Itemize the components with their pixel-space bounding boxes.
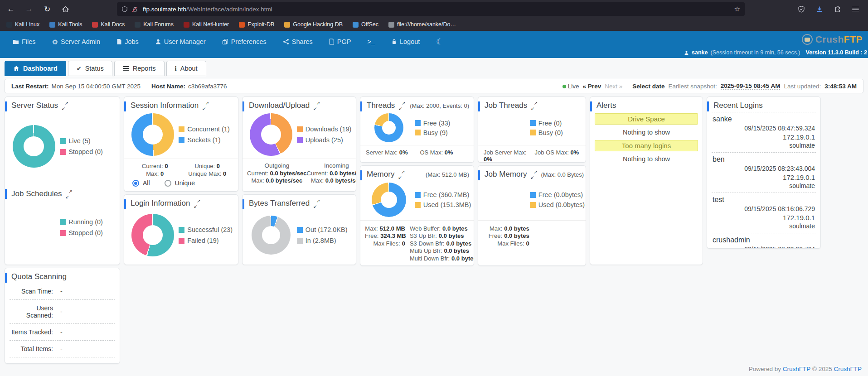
alert-banner-too-many-logins[interactable]: Too many logins <box>595 140 698 151</box>
tab-status[interactable]: ✔ Status <box>68 61 112 76</box>
live-indicator[interactable]: Live <box>563 83 579 90</box>
legend-item[interactable]: Successful (23) <box>179 226 233 233</box>
bookmark-favicon <box>49 22 55 28</box>
legend-item[interactable]: Uploads (25) <box>297 136 352 144</box>
bookmark-item[interactable]: Kali NetHunter <box>184 21 229 28</box>
expand-icon[interactable] <box>531 172 537 178</box>
nav-item-files[interactable]: Files <box>13 38 36 45</box>
bookmark-item[interactable]: file:///home/sanke/Do… <box>388 21 456 28</box>
bookmark-item[interactable]: Kali Tools <box>49 21 82 28</box>
panel-title: Bytes Transferred <box>249 199 310 208</box>
nav-item-terminal[interactable]: >_ <box>367 38 375 45</box>
expand-icon[interactable] <box>203 103 209 109</box>
bookmark-star-icon[interactable]: ☆ <box>734 5 740 13</box>
prev-button[interactable]: « Prev <box>583 83 601 90</box>
session-sparkline <box>124 189 238 192</box>
tab-about[interactable]: i About <box>166 61 206 76</box>
permissions-shield-icon[interactable] <box>121 6 128 13</box>
radio-unique[interactable] <box>165 180 171 187</box>
panel-accent <box>360 170 362 180</box>
nav-item-user-manager[interactable]: User Manager <box>155 38 206 45</box>
nav-item-pgp[interactable]: PGP <box>329 38 351 45</box>
radio-all[interactable] <box>132 180 139 187</box>
server-status-donut <box>13 125 55 168</box>
dark-mode-toggle[interactable]: ☾ <box>436 38 443 46</box>
forward-button[interactable]: → <box>23 3 35 15</box>
gear-icon: ⚙ <box>52 39 58 45</box>
expand-icon[interactable] <box>398 172 404 178</box>
host-name-value: c3b69afa3776 <box>188 83 227 90</box>
lock-icon <box>391 39 397 45</box>
expand-icon[interactable] <box>194 201 200 207</box>
menu-hamburger-icon[interactable] <box>852 7 859 12</box>
stat: Max: 0 <box>129 170 181 177</box>
legend-item[interactable]: Concurrent (1) <box>179 125 233 133</box>
login-ip: 172.19.0.1 <box>713 213 815 222</box>
legend-item[interactable]: Free (0) <box>530 120 581 127</box>
expand-icon[interactable] <box>314 201 320 207</box>
legend-item[interactable]: Used (0.0bytes) <box>530 201 585 208</box>
legend-item[interactable]: Failed (19) <box>179 237 233 244</box>
bookmark-label: Kali NetHunter <box>192 21 229 28</box>
nav-item-shares[interactable]: Shares <box>283 38 313 45</box>
session-user-icon <box>684 50 689 55</box>
panel-title: Threads <box>367 101 395 110</box>
stat: Max Files:0 <box>365 240 405 247</box>
nav-item-logout[interactable]: Logout <box>391 38 420 45</box>
expand-icon[interactable] <box>66 191 72 197</box>
expand-icon[interactable] <box>531 103 537 109</box>
stat: Max Files:0 <box>483 240 529 247</box>
legend-item[interactable]: Free (33) <box>415 120 469 127</box>
legend-item[interactable]: Used (151.3MB) <box>415 201 471 208</box>
outgoing-stats: Outgoing Current: 0.0 bytes/sec Max: 0.0… <box>247 162 307 184</box>
nav-item-jobs[interactable]: Jobs <box>116 38 139 45</box>
crushftp-link[interactable]: CrushFTP <box>783 366 811 372</box>
url-bar[interactable]: ftp.soulmate.htb/WebInterface/admin/inde… <box>117 2 745 16</box>
legend-item[interactable]: Free (0.0bytes) <box>530 191 585 198</box>
nav-item-server-admin[interactable]: ⚙ Server Admin <box>52 38 101 45</box>
crushftp-link[interactable]: CrushFTP <box>834 366 862 372</box>
nav-item-preferences[interactable]: Preferences <box>222 38 267 45</box>
job-memory-panel: Job Memory(Max: 0.0 Bytes) Free (0.0byte… <box>478 165 586 266</box>
legend-item[interactable]: Free (360.7MB) <box>415 191 471 198</box>
legend-item[interactable]: Downloads (19) <box>297 125 352 133</box>
host-name-label: Host Name: <box>151 83 185 90</box>
legend-item[interactable]: Stopped (0) <box>60 148 115 155</box>
expand-icon[interactable] <box>399 103 405 109</box>
legend-item[interactable]: In (2.8MB) <box>297 237 351 244</box>
reload-button[interactable]: ↻ <box>41 3 53 15</box>
legend-item[interactable]: Busy (0) <box>530 129 581 136</box>
alert-banner-drive-space[interactable]: Drive Space <box>595 113 698 125</box>
legend-item[interactable]: Live (5) <box>60 137 115 145</box>
insecure-lock-icon[interactable] <box>131 6 138 13</box>
expand-icon[interactable] <box>62 103 68 109</box>
downloads-icon[interactable] <box>816 5 823 13</box>
select-date-button[interactable]: Select date <box>632 83 664 90</box>
extensions-icon[interactable] <box>834 5 841 13</box>
login-time: 09/15/2025 08:16:06.729 <box>713 205 815 213</box>
home-button[interactable] <box>59 3 72 15</box>
legend-item[interactable]: Stopped (0) <box>60 229 115 236</box>
panel-accent <box>590 101 592 111</box>
bookmark-item[interactable]: Exploit-DB <box>239 21 274 28</box>
memory-legend: Free (360.7MB) Used (151.3MB) <box>413 188 471 211</box>
legend-item[interactable]: Out (172.0KB) <box>297 226 351 233</box>
radio-unique-label: Unique <box>175 179 195 187</box>
bookmark-item[interactable]: OffSec <box>353 21 378 28</box>
bookmark-item[interactable]: Kali Linux <box>6 21 39 28</box>
bookmark-item[interactable]: Kali Forums <box>135 21 174 28</box>
legend-item[interactable]: Running (0) <box>60 218 115 226</box>
tab-reports[interactable]: Reports <box>114 61 165 76</box>
bytes-transferred-panel: Bytes Transferred Out (172.0KB) In (2.8M… <box>242 194 356 265</box>
session-username: sanke <box>692 49 708 56</box>
expand-icon[interactable] <box>314 103 320 109</box>
bookmark-item[interactable]: Kali Docs <box>92 21 125 28</box>
next-button[interactable]: Next » <box>605 83 622 90</box>
tab-dashboard[interactable]: Dashboard <box>5 61 66 76</box>
bookmark-item[interactable]: Google Hacking DB <box>284 21 343 28</box>
earliest-snapshot-value[interactable]: 2025-09-15 08:45 AM <box>721 82 781 90</box>
legend-item[interactable]: Busy (9) <box>415 129 469 136</box>
back-button[interactable]: ← <box>5 3 17 15</box>
protections-shield-icon[interactable] <box>798 5 805 13</box>
legend-item[interactable]: Sockets (1) <box>179 136 233 144</box>
